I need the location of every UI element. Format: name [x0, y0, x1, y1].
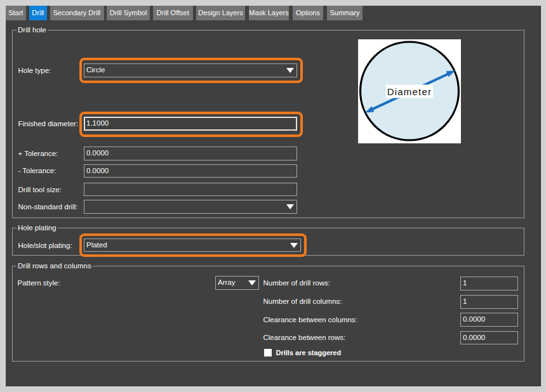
svg-text:Diameter: Diameter — [387, 86, 432, 97]
